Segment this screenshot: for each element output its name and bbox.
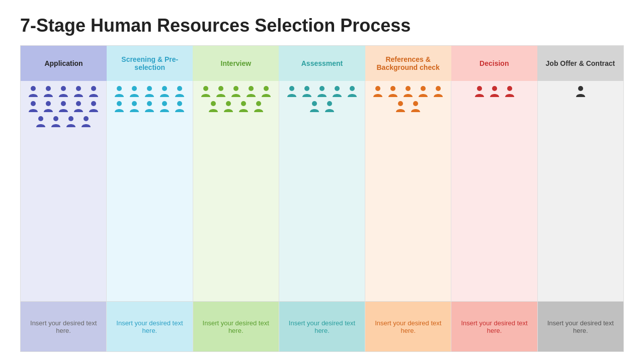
svg-point-13	[84, 116, 89, 121]
svg-point-26	[233, 86, 238, 91]
person-icon	[371, 85, 384, 98]
person-icon	[237, 100, 250, 113]
svg-point-28	[264, 86, 269, 91]
person-icon	[128, 100, 141, 113]
person-icon	[260, 85, 273, 98]
person-icon	[72, 85, 85, 98]
col-footer-refs: Insert your desired text here.	[365, 301, 451, 351]
svg-point-17	[162, 86, 167, 91]
svg-point-45	[398, 101, 403, 106]
person-icon	[143, 85, 156, 98]
svg-point-38	[312, 101, 317, 106]
person-icon	[64, 115, 77, 128]
svg-point-42	[406, 86, 411, 91]
svg-point-25	[218, 86, 223, 91]
person-icon	[285, 85, 298, 98]
svg-point-16	[147, 86, 152, 91]
person-icon	[252, 100, 265, 113]
person-icon	[488, 85, 501, 98]
col-header-interview: Interview	[193, 46, 279, 81]
person-icon	[27, 100, 40, 113]
svg-point-47	[477, 86, 482, 91]
person-icon	[34, 115, 47, 128]
person-icon	[315, 85, 329, 98]
person-icon	[432, 85, 445, 98]
svg-point-24	[203, 86, 208, 91]
svg-point-35	[319, 86, 325, 91]
header-row: Application Screening & Pre-selection In…	[21, 46, 623, 81]
col-header-app: Application	[21, 46, 107, 81]
person-icon	[346, 85, 359, 98]
person-icon	[27, 85, 40, 98]
svg-point-9	[91, 101, 96, 106]
page-title: 7-Stage Human Resources Selection Proces…	[20, 15, 624, 36]
person-icon	[409, 100, 422, 113]
svg-point-5	[31, 101, 36, 106]
person-icon	[173, 100, 186, 113]
col-body-app	[21, 81, 107, 301]
body-row	[21, 81, 623, 301]
svg-point-29	[211, 101, 216, 106]
person-icon	[401, 85, 415, 98]
svg-point-27	[249, 86, 254, 91]
svg-point-50	[578, 86, 583, 91]
person-icon	[394, 100, 407, 113]
svg-point-22	[162, 101, 167, 106]
svg-point-12	[68, 116, 73, 121]
person-icon	[308, 100, 321, 113]
person-icon	[42, 100, 55, 113]
svg-point-7	[61, 101, 66, 106]
svg-point-37	[350, 86, 355, 91]
svg-point-4	[91, 86, 96, 91]
person-icon	[222, 100, 235, 113]
person-icon	[417, 85, 430, 98]
svg-point-8	[76, 101, 81, 106]
person-icon	[158, 100, 171, 113]
person-icon	[245, 85, 258, 98]
svg-point-2	[61, 86, 66, 91]
person-icon	[207, 100, 220, 113]
col-header-assessment: Assessment	[279, 46, 365, 81]
svg-point-34	[304, 86, 309, 91]
col-footer-decision: Insert your desired text here.	[451, 301, 537, 351]
person-icon	[42, 85, 55, 98]
col-footer-interview: Insert your desired text here.	[193, 301, 279, 351]
svg-point-3	[76, 86, 81, 91]
svg-point-6	[46, 101, 51, 106]
svg-point-21	[147, 101, 152, 106]
svg-point-23	[177, 101, 182, 106]
person-icon	[143, 100, 156, 113]
svg-point-48	[492, 86, 497, 91]
svg-point-15	[132, 86, 137, 91]
col-header-screen: Screening & Pre-selection	[107, 46, 193, 81]
svg-point-20	[132, 101, 137, 106]
person-icon	[57, 100, 70, 113]
svg-point-32	[256, 101, 261, 106]
person-icon	[113, 100, 126, 113]
person-icon	[79, 115, 93, 128]
person-icon	[173, 85, 186, 98]
svg-point-33	[289, 86, 294, 91]
svg-point-1	[46, 86, 51, 91]
col-body-interview	[193, 81, 279, 301]
svg-point-40	[375, 86, 380, 91]
person-icon	[113, 85, 126, 98]
person-icon	[503, 85, 516, 98]
col-body-refs	[365, 81, 451, 301]
person-icon	[386, 85, 399, 98]
person-icon	[49, 115, 62, 128]
svg-point-49	[507, 86, 512, 91]
person-icon	[158, 85, 171, 98]
col-header-offer: Job Offer & Contract	[537, 46, 623, 81]
person-icon	[214, 85, 227, 98]
person-icon	[87, 85, 100, 98]
col-body-decision	[451, 81, 537, 301]
svg-point-0	[31, 86, 36, 91]
person-icon	[87, 100, 100, 113]
svg-point-10	[38, 116, 43, 121]
col-header-refs: References & Background check	[365, 46, 451, 81]
col-body-offer	[538, 81, 623, 301]
col-header-decision: Decision	[451, 46, 537, 81]
person-icon	[229, 85, 243, 98]
col-footer-screen: Insert your desired text here.	[107, 301, 193, 351]
